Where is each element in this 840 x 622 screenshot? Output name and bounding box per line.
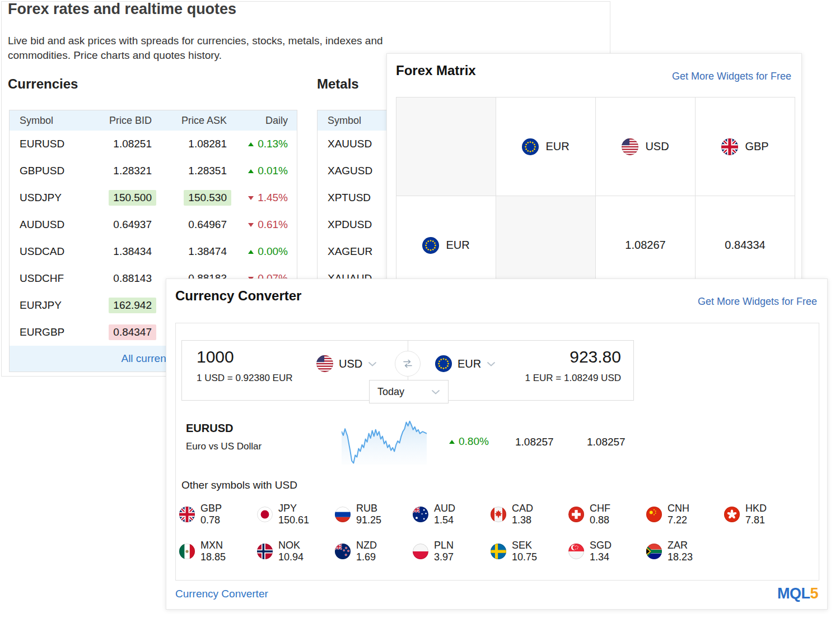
symbol-link[interactable]: USDCAD: [10, 245, 94, 258]
symbol-link[interactable]: EURGBP: [10, 326, 94, 338]
matrix-empty-cell: [396, 98, 496, 196]
amount-from-input[interactable]: 1000: [197, 347, 234, 366]
currency-item[interactable]: SGD 1.34: [568, 540, 646, 563]
pl-flag-icon: [413, 544, 428, 559]
trend-arrow-icon: [449, 440, 455, 444]
currency-code: GBP: [745, 140, 768, 153]
ask-value: 1.28351: [184, 163, 231, 179]
currency-item[interactable]: CNH 7.22: [646, 503, 724, 526]
currency-value: 0.78: [200, 514, 222, 526]
currencies-heading: Currencies: [8, 76, 78, 92]
bid-cell: 0.88143: [94, 271, 156, 286]
daily-cell: 1.45%: [231, 192, 296, 204]
sg-flag-icon: [568, 544, 584, 559]
currency-item[interactable]: RUB 91.25: [335, 503, 413, 526]
swap-currencies-button[interactable]: [395, 351, 421, 377]
currency-value: 18.23: [668, 551, 693, 563]
currency-code: HKD: [745, 503, 767, 514]
currency-item[interactable]: GBP 0.78: [179, 503, 257, 526]
daily-cell: 0.61%: [231, 219, 296, 231]
matrix-diagonal-cell: [496, 196, 596, 289]
matrix-header-eur: EUR: [496, 98, 596, 196]
se-flag-icon: [491, 544, 506, 559]
forex-matrix-title: Forex Matrix: [396, 63, 476, 78]
bid-value: 1.38434: [109, 244, 156, 259]
get-more-widgets-link[interactable]: Get More Widgets for Free: [672, 71, 791, 82]
currency-value: 7.81: [745, 514, 767, 526]
amount-to-value: 923.80: [570, 347, 621, 366]
column-symbol: Symbol: [10, 115, 94, 127]
ask-cell: 150.530: [156, 190, 231, 206]
currency-item[interactable]: CAD 1.38: [491, 503, 568, 526]
converter-row: 1000 1 USD = 0.92380 EUR USD EUR 923.80 …: [181, 340, 634, 401]
symbol-link[interactable]: GBPUSD: [10, 165, 94, 177]
metals-heading: Metals: [317, 76, 359, 92]
currency-value: 1.69: [356, 551, 377, 563]
au-flag-icon: [413, 507, 428, 522]
matrix-header-usd: USD: [596, 98, 696, 196]
currency-item[interactable]: CHF 0.88: [568, 503, 646, 526]
bid-cell: 1.28321: [94, 163, 156, 179]
bid-value: 0.64937: [109, 217, 156, 233]
ca-flag-icon: [491, 507, 506, 522]
currency-item[interactable]: SEK 10.75: [491, 540, 568, 563]
pair-bid-value: 1.08257: [515, 436, 554, 448]
currency-item[interactable]: PLN 3.97: [413, 540, 491, 563]
currency-code: JPY: [278, 503, 309, 514]
forex-matrix-grid: EUR USD GBP EUR 1.08267 0.84334: [396, 97, 795, 289]
symbol-link[interactable]: EURUSD: [10, 138, 94, 150]
eurusd-sparkline: [342, 417, 427, 465]
currency-item[interactable]: NOK 10.94: [257, 540, 335, 563]
currency-item[interactable]: NZD 1.69: [335, 540, 413, 563]
pair-symbol-link[interactable]: EURUSD: [186, 422, 233, 435]
trend-arrow-icon: [248, 169, 254, 173]
currency-code: MXN: [200, 540, 226, 551]
symbol-link[interactable]: USDCHF: [10, 272, 94, 285]
currency-code: CAD: [512, 503, 533, 514]
cn-flag-icon: [646, 507, 662, 522]
currency-item[interactable]: MXN 18.85: [179, 540, 257, 563]
currency-to-select[interactable]: EUR: [435, 355, 496, 372]
column-price-ask: Price ASK: [156, 115, 231, 127]
currency-item[interactable]: HKD 7.81: [724, 503, 802, 526]
currency-item[interactable]: AUD 1.54: [413, 503, 491, 526]
bid-cell: 150.500: [94, 190, 156, 206]
chevron-down-icon: [368, 361, 377, 366]
currency-value: 150.61: [278, 514, 309, 526]
currency-value: 1.54: [434, 514, 455, 526]
jp-flag-icon: [257, 507, 273, 522]
symbol-link[interactable]: AUDUSD: [10, 219, 94, 231]
us-flag-icon: [622, 138, 638, 155]
currency-row: USDCAD 1.38434 1.38474 0.00%: [10, 238, 297, 265]
currency-value: 0.88: [590, 514, 610, 526]
ask-value: 1.38474: [184, 244, 231, 259]
trend-arrow-icon: [248, 142, 254, 146]
currency-item[interactable]: JPY 150.61: [257, 503, 335, 526]
get-more-widgets-link[interactable]: Get More Widgets for Free: [698, 296, 817, 308]
currency-converter-link[interactable]: Currency Converter: [175, 588, 268, 600]
no-flag-icon: [257, 544, 273, 559]
currency-from-select[interactable]: USD: [316, 355, 377, 372]
period-select[interactable]: Today: [369, 380, 449, 403]
trend-arrow-icon: [248, 250, 254, 254]
daily-percent: 0.00%: [258, 245, 288, 258]
daily-percent: 0.01%: [258, 165, 288, 177]
daily-percent: 0.61%: [258, 219, 288, 231]
currency-code: NOK: [278, 540, 304, 551]
daily-percent: 0.13%: [258, 138, 288, 150]
page-subtitle: Live bid and ask prices with spreads for…: [8, 34, 435, 63]
column-price-bid: Price BID: [94, 115, 156, 127]
daily-cell: 0.13%: [231, 138, 296, 150]
currency-code: CNH: [668, 503, 689, 514]
ru-flag-icon: [335, 507, 351, 522]
mql5-logo[interactable]: MQL5: [777, 585, 818, 602]
currency-code: EUR: [545, 140, 569, 153]
currency-row: EURUSD 1.08251 1.08281 0.13%: [10, 131, 297, 157]
symbol-link[interactable]: USDJPY: [10, 192, 94, 204]
symbol-link[interactable]: EURJPY: [10, 299, 94, 312]
logo-accent: 5: [810, 585, 818, 602]
matrix-row-base-eur: EUR: [396, 196, 496, 289]
matrix-header-gbp: GBP: [696, 98, 795, 196]
eu-flag-icon: [435, 355, 452, 372]
currency-item[interactable]: ZAR 18.23: [646, 540, 724, 563]
